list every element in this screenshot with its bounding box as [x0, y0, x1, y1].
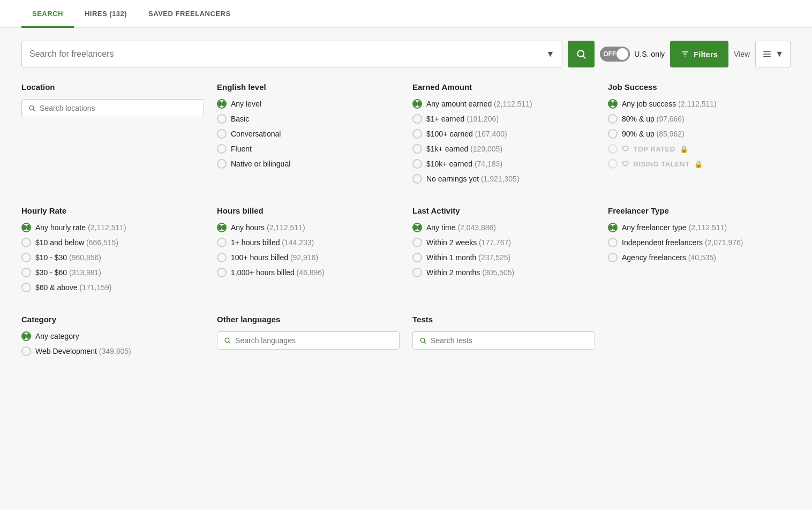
earned-any[interactable]: Any amount earned (2,112,511) [412, 99, 595, 109]
ft-agency-label: Agency freelancers (40,535) [622, 253, 716, 262]
radio-english-conv [217, 129, 227, 139]
la-2months[interactable]: Within 2 months (305,505) [412, 268, 595, 277]
earned-100plus[interactable]: $100+ earned (167,400) [412, 129, 595, 139]
svg-line-9 [33, 109, 35, 111]
hr-10below[interactable]: $10 and below (666,515) [21, 238, 204, 247]
hb-any[interactable]: Any hours (2,112,511) [217, 223, 400, 232]
lock-icon-rising: 🔒 [694, 160, 703, 168]
english-basic[interactable]: Basic [217, 114, 400, 124]
hb-100plus[interactable]: 100+ hours billed (92,916) [217, 253, 400, 262]
filters-button[interactable]: Filters [670, 41, 728, 67]
js-90[interactable]: 90% & up (85,962) [608, 129, 791, 139]
radio-ft-agency [608, 253, 618, 262]
earned-100plus-label: $100+ earned (167,400) [426, 130, 507, 138]
search-input[interactable] [29, 49, 546, 59]
radio-la-2weeks [412, 238, 422, 247]
la-2weeks[interactable]: Within 2 weeks (177,767) [412, 238, 595, 247]
radio-la-2months [412, 268, 422, 277]
dropdown-arrow-icon[interactable]: ▼ [546, 49, 554, 59]
hb-1plus[interactable]: 1+ hours billed (144,233) [217, 238, 400, 247]
location-search-wrap [21, 99, 204, 117]
radio-hb-1000plus [217, 268, 227, 277]
tests-filter: Tests [412, 315, 595, 361]
location-search-icon [28, 104, 35, 112]
tabs-bar: SEARCH HIRES (132) SAVED FREELANCERS [0, 0, 812, 28]
location-filter: Location [21, 82, 204, 189]
radio-la-any [412, 223, 422, 232]
radio-js-80 [608, 114, 618, 124]
earned-1k[interactable]: $1k+ earned (129,005) [412, 144, 595, 154]
freelancer-type-title: Freelancer Type [608, 206, 791, 215]
english-any-label: Any level [231, 100, 261, 108]
tab-hires[interactable]: HIRES (132) [74, 0, 138, 28]
tests-search-input[interactable] [431, 336, 588, 345]
hb-1000plus-label: 1,000+ hours billed (46,896) [231, 268, 325, 277]
hr-10-30[interactable]: $10 - $30 (960,856) [21, 253, 204, 262]
la-2weeks-label: Within 2 weeks (177,767) [426, 238, 511, 247]
js-any[interactable]: Any job success (2,112,511) [608, 99, 791, 109]
ft-agency[interactable]: Agency freelancers (40,535) [608, 253, 791, 262]
other-languages-filter: Other languages [217, 315, 400, 361]
english-fluent[interactable]: Fluent [217, 144, 400, 154]
hb-1000plus[interactable]: 1,000+ hours billed (46,896) [217, 268, 400, 277]
cat-webdev[interactable]: Web Development (349,805) [21, 346, 204, 356]
english-native[interactable]: Native or bilingual [217, 159, 400, 169]
search-icon [576, 49, 587, 59]
hr-60above[interactable]: $60 & above (171,159) [21, 283, 204, 292]
us-only-toggle[interactable]: OFF [600, 47, 630, 62]
radio-js-rising [608, 159, 618, 169]
radio-hr-60above [21, 283, 31, 292]
js-80[interactable]: 80% & up (97,666) [608, 114, 791, 124]
radio-cat-any [21, 331, 31, 341]
la-1month[interactable]: Within 1 month (237,525) [412, 253, 595, 262]
hr-10below-label: $10 and below (666,515) [35, 238, 118, 247]
us-only-label: U.S. only [634, 50, 665, 58]
radio-js-90 [608, 129, 618, 139]
last-activity-filter: Last Activity Any time (2,043,886) Withi… [412, 206, 595, 298]
filters-icon [681, 50, 689, 58]
view-button[interactable]: ▼ [755, 41, 791, 67]
tab-saved[interactable]: SAVED FREELANCERS [138, 0, 241, 28]
earned-none-label: No earnings yet (1,921,305) [426, 175, 520, 183]
english-conversational[interactable]: Conversational [217, 129, 400, 139]
radio-js-top-rated [608, 144, 618, 154]
earned-none[interactable]: No earnings yet (1,921,305) [412, 174, 595, 184]
ft-independent-label: Independent freelancers (2,071,976) [622, 238, 743, 247]
hb-100plus-label: 100+ hours billed (92,916) [231, 253, 318, 262]
hourly-rate-filter: Hourly Rate Any hourly rate (2,112,511) … [21, 206, 204, 298]
radio-hr-any [21, 223, 31, 232]
languages-search-icon [224, 337, 231, 344]
ft-any-label: Any freelancer type (2,112,511) [622, 223, 727, 232]
js-top-rated: 🛡 TOP RATED 🔒 [608, 144, 791, 154]
radio-hr-10-30 [21, 253, 31, 262]
cat-any[interactable]: Any category [21, 331, 204, 341]
radio-earned-1k [412, 144, 422, 154]
hr-any[interactable]: Any hourly rate (2,112,511) [21, 223, 204, 232]
radio-hr-30-60 [21, 268, 31, 277]
ft-independent[interactable]: Independent freelancers (2,071,976) [608, 238, 791, 247]
radio-earned-100plus [412, 129, 422, 139]
english-basic-label: Basic [231, 115, 249, 123]
radio-earned-10k [412, 159, 422, 169]
earned-1plus[interactable]: $1+ earned (191,206) [412, 114, 595, 124]
location-search-input[interactable] [40, 104, 197, 112]
search-input-wrap: ▼ [21, 41, 562, 67]
hours-billed-filter: Hours billed Any hours (2,112,511) 1+ ho… [217, 206, 400, 298]
hr-30-60[interactable]: $30 - $60 (313,981) [21, 268, 204, 277]
earned-10k[interactable]: $10k+ earned (74,183) [412, 159, 595, 169]
hb-1plus-label: 1+ hours billed (144,233) [231, 238, 314, 247]
cat-webdev-label: Web Development (349,805) [35, 347, 131, 355]
languages-search-input[interactable] [235, 336, 393, 345]
la-any-label: Any time (2,043,886) [426, 223, 496, 232]
shield-icon: 🛡 [622, 145, 629, 153]
english-any[interactable]: Any level [217, 99, 400, 109]
la-any[interactable]: Any time (2,043,886) [412, 223, 595, 232]
tab-search[interactable]: SEARCH [21, 0, 74, 28]
radio-ft-any [608, 223, 618, 232]
search-button[interactable] [568, 41, 595, 67]
ft-any[interactable]: Any freelancer type (2,112,511) [608, 223, 791, 232]
toggle-off-label: OFF [603, 50, 616, 58]
earned-any-label: Any amount earned (2,112,511) [426, 100, 532, 108]
radio-english-fluent [217, 144, 227, 154]
earned-1plus-label: $1+ earned (191,206) [426, 115, 499, 123]
